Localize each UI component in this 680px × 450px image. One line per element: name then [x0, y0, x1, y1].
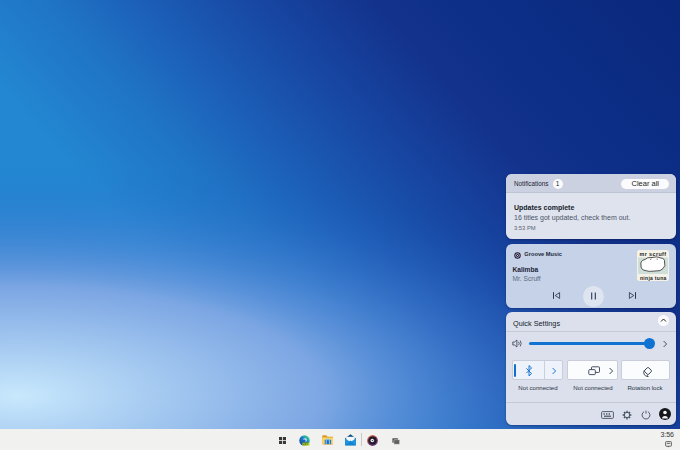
svg-text:ninja tuna: ninja tuna — [640, 274, 667, 280]
svg-text:mr scruff: mr scruff — [639, 250, 666, 256]
svg-text:DEV: DEV — [303, 442, 309, 446]
